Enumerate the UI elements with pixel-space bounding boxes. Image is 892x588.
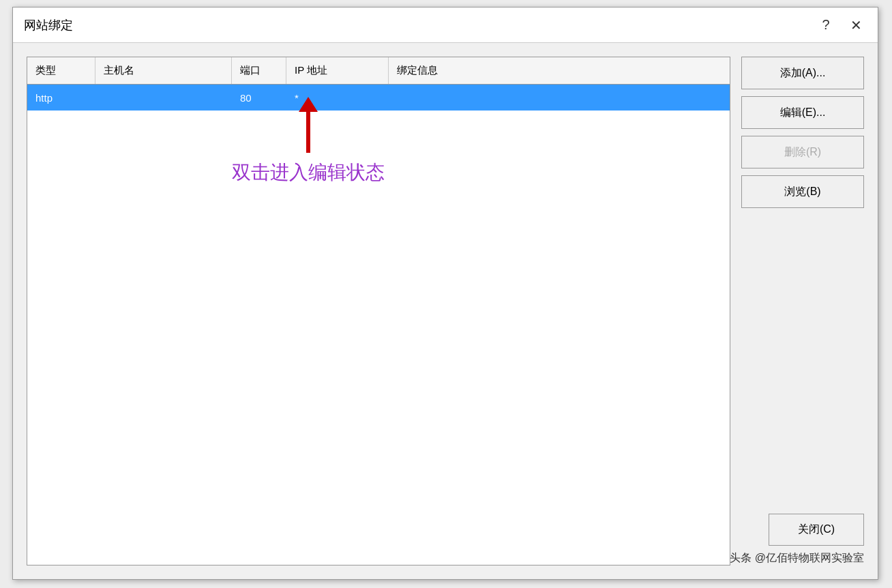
col-header-ip: IP 地址	[286, 57, 389, 84]
edit-button[interactable]: 编辑(E)...	[741, 96, 864, 129]
arrow-head	[299, 97, 318, 112]
annotation: 双击进入编辑状态	[232, 91, 385, 186]
titlebar-actions: ? ✕	[815, 14, 867, 36]
cell-binding	[389, 92, 730, 103]
close-title-button[interactable]: ✕	[845, 14, 867, 36]
col-header-hostname: 主机名	[95, 57, 232, 84]
watermark: 头条 @亿佰特物联网实验室	[730, 551, 864, 565]
annotation-text: 双击进入编辑状态	[232, 160, 385, 186]
browse-button[interactable]: 浏览(B)	[741, 175, 864, 208]
delete-button[interactable]: 删除(R)	[741, 136, 864, 168]
help-button[interactable]: ?	[815, 14, 837, 36]
sidebar-area: 添加(A)... 编辑(E)... 删除(R) 浏览(B) 关闭(C) 头条 @…	[741, 57, 864, 565]
table-body: http 80 * 双击进入编辑状态	[27, 85, 730, 565]
dialog-content: 类型 主机名 端口 IP 地址 绑定信息 http 80 *	[13, 43, 878, 579]
arrow-shaft	[306, 112, 310, 153]
col-header-port: 端口	[232, 57, 286, 84]
close-button[interactable]: 关闭(C)	[769, 514, 864, 546]
arrow-wrapper	[299, 97, 318, 153]
cell-hostname	[95, 92, 232, 103]
titlebar: 网站绑定 ? ✕	[13, 8, 878, 43]
website-binding-dialog: 网站绑定 ? ✕ 类型 主机名 端口 IP 地址 绑定信息 http 80	[12, 7, 878, 580]
bottom-area: 关闭(C) 头条 @亿佰特物联网实验室	[730, 514, 864, 565]
col-header-binding: 绑定信息	[389, 57, 730, 84]
bindings-table: 类型 主机名 端口 IP 地址 绑定信息 http 80 *	[27, 57, 730, 565]
table-header: 类型 主机名 端口 IP 地址 绑定信息	[27, 57, 730, 85]
sidebar-buttons: 添加(A)... 编辑(E)... 删除(R) 浏览(B)	[741, 57, 864, 208]
dialog-title: 网站绑定	[24, 17, 73, 33]
cell-type: http	[27, 87, 95, 109]
col-header-type: 类型	[27, 57, 95, 84]
add-button[interactable]: 添加(A)...	[741, 57, 864, 89]
